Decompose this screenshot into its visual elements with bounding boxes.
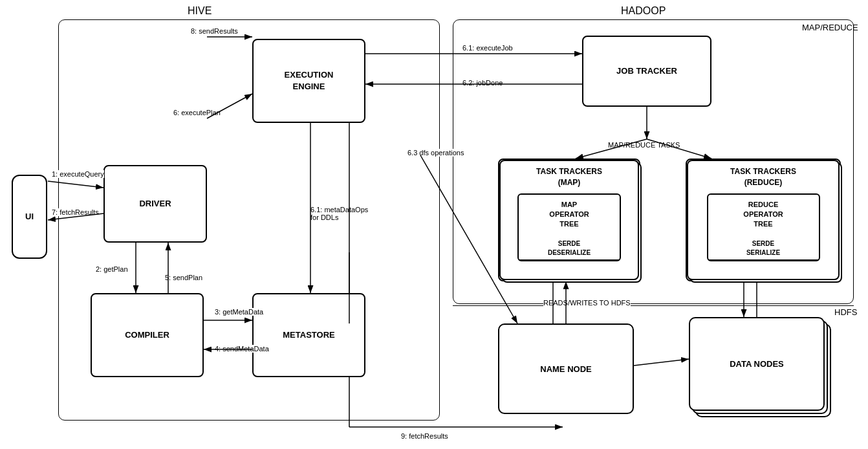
hdfs-divider [453,305,854,306]
compiler-label: COMPILER [125,329,169,341]
data-nodes-box: DATA NODES [689,317,825,411]
driver-box: DRIVER [103,165,207,243]
map-operator-tree-label: MAP OPERATOR TREE [549,195,589,230]
arrow-label-62: 6.2: jobDone [462,79,503,87]
arrow-label-6: 6: executePlan [173,109,221,116]
driver-label: DRIVER [139,198,171,210]
arrow-label-3: 3: getMetaData [215,308,263,316]
execution-engine-box: EXECUTION ENGINE [252,39,365,123]
name-node-label: NAME NODE [540,364,591,374]
arrow-label-9: 9: fetchResults [401,432,448,440]
data-nodes-label: DATA NODES [730,359,784,369]
map-serde-label: SERDE DESERIALIZE [548,239,591,257]
job-tracker-box: JOB TRACKER [582,36,711,107]
arrow-label-63: 6.3 dfs operations [407,149,464,157]
arrow-label-61: 6.1: executeJob [462,44,513,52]
arrow-label-1: 1: executeQuery [52,170,104,178]
arrow-label-5: 5: sendPlan [165,274,202,281]
reduce-serde-label: SERDE SERIALIZE [746,239,780,257]
svg-line-23 [634,359,689,366]
metastore-label: METASTORE [283,329,334,341]
hdfs-label: HDFS [834,307,857,317]
arrow-label-2: 2: getPlan [96,265,128,273]
arrow-label-8: 8: sendResults [191,27,238,35]
task-trackers-reduce-box: TASK TRACKERS (REDUCE) REDUCE OPERATOR T… [686,159,841,281]
diagram: HIVE HADOOP MAP/REDUCE HDFS UI DRIVER CO… [0,0,868,449]
ui-label: UI [25,211,34,223]
mapreduce-label: MAP/REDUCE [802,23,858,32]
hive-label: HIVE [188,5,212,17]
arrow-label-reads-writes: READS/WRITES TO HDFS [543,299,631,307]
metastore-box: METASTORE [252,293,365,377]
arrow-label-7: 7: fetchResults [52,208,99,216]
arrow-label-mr-tasks: MAP/REDUCE TASKS [608,141,680,149]
ui-box: UI [12,175,47,259]
hadoop-label: HADOOP [621,5,666,17]
arrow-label-61b: 6.1: metaDataOps for DDLs [310,206,368,221]
compiler-box: COMPILER [91,293,204,377]
job-tracker-label: JOB TRACKER [616,65,677,77]
task-trackers-map-label: TASK TRACKERS (MAP) [536,166,602,188]
name-node-box: NAME NODE [498,323,634,414]
arrow-label-4: 4: sendMetaData [215,345,269,353]
task-trackers-map-box: TASK TRACKERS (MAP) MAP OPERATOR TREE SE… [498,159,640,281]
reduce-operator-tree-label: REDUCE OPERATOR TREE [743,195,783,230]
task-trackers-reduce-label: TASK TRACKERS (REDUCE) [730,166,796,188]
execution-engine-label: EXECUTION ENGINE [285,69,334,93]
